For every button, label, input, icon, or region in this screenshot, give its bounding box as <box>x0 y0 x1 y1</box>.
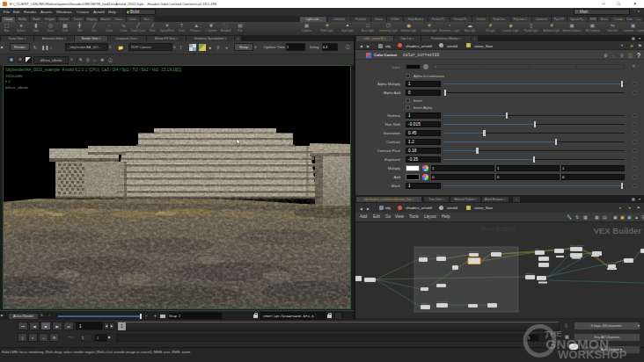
svg-text:curvature2: curvature2 <box>419 255 429 257</box>
svg-text:color_correct: color_correct <box>436 300 450 303</box>
svg-text:VEX Builder: VEX Builder <box>594 226 642 235</box>
svg-text:diffuse_albedo: diffuse_albedo <box>5 85 29 90</box>
svg-text:htsy-ord-ldpwr-w-www-xoos-ehin: htsy-ord-ldpwr-w-www-xoos-ehindersirg-so… <box>10 296 149 300</box>
svg-text:Indie Edition: Indie Edition <box>481 226 516 232</box>
svg-text:multiply5: multiply5 <box>491 250 500 252</box>
svg-text:fr 1: fr 1 <box>5 79 11 83</box>
svg-text:multiply2: multiply2 <box>525 272 534 275</box>
svg-text:WORKSHOP: WORKSHOP <box>558 348 627 361</box>
svg-text:noise3: noise3 <box>421 302 428 305</box>
svg-text:OUT_displace: OUT_displace <box>570 244 584 247</box>
svg-text:color_mix: color_mix <box>436 254 446 257</box>
svg-text:/obj/render/AA_0010_example A: /obj/render/AA_0010_example Arnold 6.2.0… <box>5 68 181 72</box>
svg-text:ramp_rgb: ramp_rgb <box>469 250 479 253</box>
svg-text:1920x1080: 1920x1080 <box>5 74 24 78</box>
svg-text:add4: add4 <box>535 248 540 250</box>
